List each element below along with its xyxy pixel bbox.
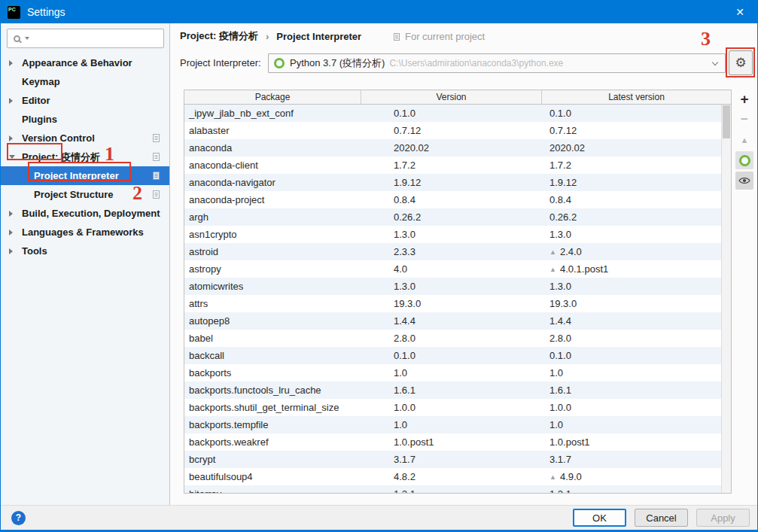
table-row[interactable]: _ipyw_jlab_nb_ext_conf 0.1.0 0.1.0 <box>184 105 721 122</box>
table-row[interactable]: anaconda 2020.02 2020.02 <box>184 139 721 157</box>
chevron-down-icon[interactable] <box>712 59 718 65</box>
sidebar-item-project[interactable]: Project: 疫情分析 <box>1 147 169 166</box>
table-row[interactable]: backcall 0.1.0 0.1.0 <box>184 347 721 364</box>
table-row[interactable]: backports.shutil_get_terminal_size 1.0.0… <box>184 399 721 416</box>
package-toolbar: + − ▲ <box>733 90 756 190</box>
cell-latest-version: 1.2.1 <box>542 488 721 493</box>
conda-icon <box>739 155 750 166</box>
cell-version: 2.3.3 <box>361 246 542 257</box>
table-row[interactable]: astroid 2.3.3 ▲2.4.0 <box>184 243 721 260</box>
window-title: Settings <box>27 6 65 18</box>
table-row[interactable]: argh 0.26.2 0.26.2 <box>184 208 721 226</box>
table-row[interactable]: asn1crypto 1.3.0 1.3.0 <box>184 226 721 243</box>
table-scrollbar[interactable] <box>721 105 731 493</box>
latest-version-value: 1.0.post1 <box>549 436 590 448</box>
sidebar-item-editor[interactable]: Editor <box>1 91 169 110</box>
uninstall-package-button[interactable]: − <box>735 111 753 129</box>
table-row[interactable]: anaconda-client 1.7.2 1.7.2 <box>184 157 721 174</box>
table-row[interactable]: backports.tempfile 1.0 1.0 <box>184 416 721 433</box>
cell-package: atomicwrites <box>184 281 361 292</box>
cell-version: 4.8.2 <box>361 471 542 482</box>
cell-version: 1.0.post1 <box>361 436 542 448</box>
package-table: Package Version Latest version _ipyw_jla… <box>184 90 732 494</box>
chevron-icon <box>9 60 13 66</box>
apply-button[interactable]: Apply <box>696 509 750 527</box>
table-row[interactable]: beautifulsoup4 4.8.2 ▲4.9.0 <box>184 468 721 485</box>
table-row[interactable]: alabaster 0.7.12 0.7.12 <box>184 122 721 139</box>
sidebar-item-label: Tools <box>22 245 47 257</box>
upgrade-package-button[interactable]: ▲ <box>735 131 753 149</box>
cell-version: 4.0 <box>361 263 542 275</box>
sidebar-item-appearance-behavior[interactable]: Appearance & Behavior <box>1 53 169 72</box>
cancel-button[interactable]: Cancel <box>635 509 688 527</box>
cell-package: astropy <box>184 263 361 275</box>
cell-package: backports.tempfile <box>184 419 361 430</box>
latest-version-value: 1.3.0 <box>549 229 571 240</box>
sidebar-item-tools[interactable]: Tools <box>1 242 169 260</box>
chevron-icon <box>9 155 15 159</box>
cell-package: alabaster <box>184 125 361 136</box>
interpreter-combobox[interactable]: Python 3.7 (疫情分析) C:\Users\admiration\an… <box>268 53 726 73</box>
latest-version-value: 0.1.0 <box>549 108 571 119</box>
conda-package-manager-toggle[interactable] <box>735 151 753 169</box>
table-row[interactable]: backports 1.0 1.0 <box>184 364 721 382</box>
settings-search-box[interactable] <box>7 29 164 48</box>
search-options-caret-icon[interactable] <box>25 37 29 40</box>
cell-version: 1.6.1 <box>361 385 542 396</box>
table-row[interactable]: bitarray 1.2.1 1.2.1 <box>184 485 721 493</box>
sidebar-item-build-execution-deployment[interactable]: Build, Execution, Deployment <box>1 204 169 223</box>
column-header-latest-version[interactable]: Latest version <box>542 90 731 104</box>
chevron-icon <box>9 230 13 236</box>
sidebar-item-project-interpreter[interactable]: Project Interpreter <box>1 166 169 185</box>
upgrade-available-icon: ▲ <box>549 248 556 256</box>
project-scope-icon <box>392 32 400 41</box>
table-row[interactable]: atomicwrites 1.3.0 1.3.0 <box>184 278 721 295</box>
latest-version-value: 0.1.0 <box>549 350 571 361</box>
cell-latest-version: 1.0.post1 <box>542 436 721 448</box>
table-row[interactable]: autopep8 1.4.4 1.4.4 <box>184 312 721 330</box>
cell-version: 1.0 <box>361 419 542 430</box>
close-icon[interactable]: ✕ <box>723 1 757 23</box>
table-row[interactable]: babel 2.8.0 2.8.0 <box>184 330 721 347</box>
sidebar-item-label: Project Structure <box>34 189 113 200</box>
sidebar-item-languages-frameworks[interactable]: Languages & Frameworks <box>1 223 169 242</box>
sidebar-item-project-structure[interactable]: Project Structure <box>1 185 169 204</box>
column-header-package[interactable]: Package <box>184 90 361 104</box>
table-row[interactable]: bcrypt 3.1.7 3.1.7 <box>184 451 721 468</box>
latest-version-value: 1.7.2 <box>549 160 571 171</box>
install-package-button[interactable]: + <box>735 90 753 108</box>
cell-version: 19.3.0 <box>361 298 542 309</box>
sidebar-item-keymap[interactable]: Keymap <box>1 72 169 91</box>
table-row[interactable]: anaconda-navigator 1.9.12 1.9.12 <box>184 174 721 191</box>
breadcrumb: Project: 疫情分析 › Project Interpreter <box>180 29 361 43</box>
search-input[interactable] <box>34 31 159 46</box>
ok-button[interactable]: OK <box>573 509 626 527</box>
interpreter-settings-gear-button[interactable]: ⚙ <box>729 50 753 75</box>
show-early-releases-toggle[interactable] <box>735 172 753 190</box>
scrollbar-thumb[interactable] <box>723 105 730 138</box>
help-button[interactable]: ? <box>11 511 26 525</box>
sidebar-item-label: Project Interpreter <box>34 170 119 181</box>
cell-version: 1.9.12 <box>361 177 542 188</box>
breadcrumb-project[interactable]: Project: 疫情分析 <box>180 29 258 43</box>
cell-package: anaconda-project <box>184 194 361 205</box>
cell-package: babel <box>184 333 361 344</box>
latest-version-value: 2020.02 <box>549 142 585 154</box>
column-header-version[interactable]: Version <box>361 90 542 104</box>
latest-version-value: 0.26.2 <box>549 211 577 223</box>
project-level-icon <box>151 171 160 183</box>
table-row[interactable]: backports.weakref 1.0.post1 1.0.post1 <box>184 433 721 451</box>
cell-package: backports <box>184 367 361 378</box>
sidebar-item-plugins[interactable]: Plugins <box>1 110 169 129</box>
table-row[interactable]: astropy 4.0 ▲4.0.1.post1 <box>184 260 721 278</box>
table-row[interactable]: attrs 19.3.0 19.3.0 <box>184 295 721 312</box>
footer-buttons: OK Cancel Apply <box>573 509 750 527</box>
table-row[interactable]: anaconda-project 0.8.4 0.8.4 <box>184 191 721 208</box>
sidebar-item-version-control[interactable]: Version Control <box>1 129 169 147</box>
latest-version-value: 2.4.0 <box>560 246 582 257</box>
table-row[interactable]: backports.functools_lru_cache 1.6.1 1.6.… <box>184 382 721 399</box>
upgrade-available-icon: ▲ <box>549 473 556 481</box>
sidebar-item-label: Editor <box>22 95 50 106</box>
title-bar: PC Settings ✕ <box>1 1 757 23</box>
sidebar-item-label: Keymap <box>22 76 60 87</box>
